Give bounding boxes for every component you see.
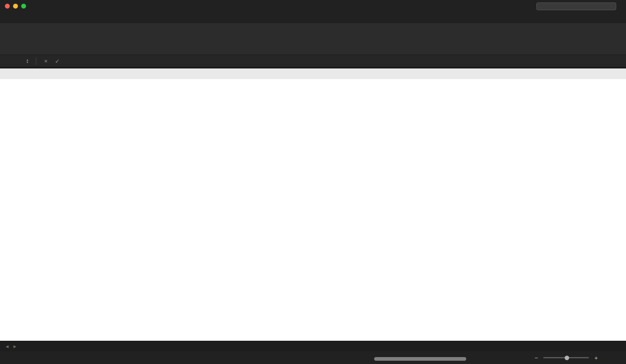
worksheet-grid: [0, 67, 626, 341]
horizontal-scrollbar-thumb[interactable]: [374, 357, 466, 361]
window-controls: [5, 4, 26, 9]
sheet-tab-bar: ◀ ▶: [0, 341, 626, 351]
cancel-entry-icon[interactable]: ×: [44, 58, 47, 64]
status-bar-right: − +: [518, 354, 619, 361]
titlebar: [0, 0, 626, 12]
stepper-down-icon[interactable]: ▼: [26, 61, 29, 63]
sheet-nav-right-icon[interactable]: ▶: [11, 341, 19, 351]
status-bar: − +: [0, 351, 626, 364]
titlebar-right: [536, 2, 621, 10]
window-title-area: [312, 0, 314, 12]
minimize-window-button[interactable]: [13, 4, 18, 9]
close-window-button[interactable]: [5, 4, 10, 9]
zoom-in-button[interactable]: +: [594, 354, 598, 361]
grid-rows: [0, 79, 626, 341]
fullscreen-window-button[interactable]: [21, 4, 26, 9]
confirm-entry-icon[interactable]: ✓: [55, 58, 60, 64]
ribbon-tab-bar: [0, 12, 626, 23]
zoom-slider-thumb[interactable]: [565, 355, 569, 360]
sheet-nav-left-icon[interactable]: ◀: [3, 341, 11, 351]
search-input[interactable]: [542, 3, 613, 9]
ribbon: [0, 23, 626, 55]
zoom-slider[interactable]: [543, 357, 589, 358]
formula-bar-divider: [36, 57, 36, 65]
column-headers: [0, 68, 626, 79]
add-sheet-button[interactable]: [23, 341, 34, 351]
excel-window: ▲ ▼ × ✓ ◀ ▶ −: [0, 0, 626, 364]
search-box[interactable]: [536, 2, 616, 10]
formula-bar: ▲ ▼ × ✓: [0, 55, 626, 67]
menubar-right: [612, 12, 620, 23]
zoom-out-button[interactable]: −: [534, 354, 538, 361]
name-box-stepper[interactable]: ▲ ▼: [26, 59, 29, 63]
formula-input[interactable]: [71, 57, 618, 64]
